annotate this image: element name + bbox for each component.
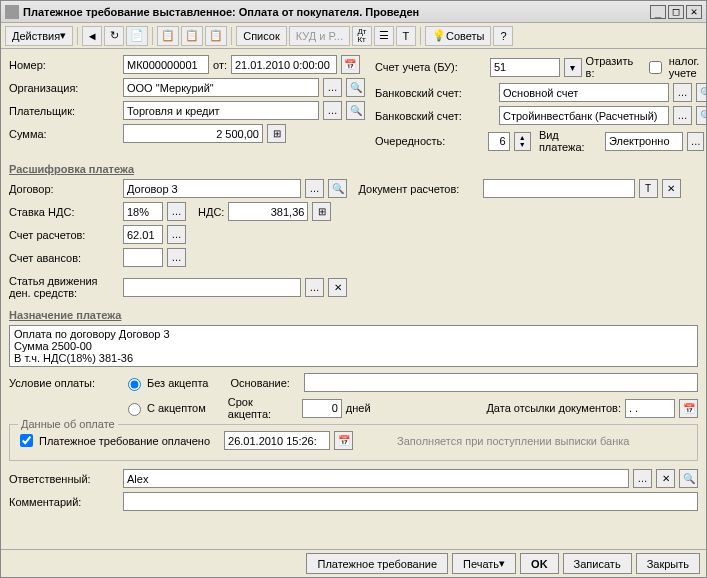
actions-menu[interactable]: Действия ▾ xyxy=(5,26,73,46)
kud-button[interactable]: КУД и Р... xyxy=(289,26,350,46)
calc-acc-input[interactable] xyxy=(123,225,163,244)
calc-acc-select-button[interactable]: … xyxy=(167,225,186,244)
ok-button[interactable]: OK xyxy=(520,553,559,574)
radio-no-accept[interactable]: Без акцепта xyxy=(123,375,208,391)
number-input[interactable] xyxy=(123,55,209,74)
resp-input[interactable] xyxy=(123,469,629,488)
paydata-title: Данные об оплате xyxy=(18,418,118,430)
contract-input[interactable] xyxy=(123,179,301,198)
priority-input[interactable] xyxy=(488,132,510,151)
save-button[interactable]: Записать xyxy=(563,553,632,574)
org-select-button[interactable]: … xyxy=(323,78,342,97)
tool-button-4[interactable]: 📋 xyxy=(205,26,227,46)
purpose-textarea[interactable]: Оплата по договору Договор 3 Сумма 2500-… xyxy=(9,325,698,367)
adv-acc-select-button[interactable]: … xyxy=(167,248,186,267)
tool-button-1[interactable]: 📄 xyxy=(126,26,148,46)
app-icon xyxy=(5,5,19,19)
movement-clear-button[interactable]: ✕ xyxy=(328,278,347,297)
basis-input[interactable] xyxy=(304,373,698,392)
sum-label: Сумма: xyxy=(9,128,119,140)
tool-button-5[interactable]: ☰ xyxy=(374,26,394,46)
minimize-button[interactable]: _ xyxy=(650,5,666,19)
movement-label: Статья движения ден. средств: xyxy=(9,275,119,299)
adv-acc-input[interactable] xyxy=(123,248,163,267)
doc-input[interactable] xyxy=(483,179,635,198)
tax-label: налог. учете xyxy=(669,55,706,79)
org-label: Организация: xyxy=(9,82,119,94)
titlebar: Платежное требование выставленное: Оплат… xyxy=(1,1,706,23)
org-input[interactable] xyxy=(123,78,319,97)
movement-input[interactable] xyxy=(123,278,301,297)
payer-search-icon[interactable]: 🔍 xyxy=(346,101,365,120)
help-button[interactable]: ? xyxy=(493,26,513,46)
paydata-hint: Заполняется при поступлении выписки банк… xyxy=(397,435,629,447)
tips-button[interactable]: 💡Советы xyxy=(425,26,491,46)
maximize-button[interactable]: □ xyxy=(668,5,684,19)
paytype-select-button[interactable]: … xyxy=(687,132,704,151)
paid-checkbox[interactable]: Платежное требование оплачено xyxy=(16,431,210,450)
bank1-input[interactable] xyxy=(499,83,669,102)
adv-acc-label: Счет авансов: xyxy=(9,252,119,264)
payment-request-button[interactable]: Платежное требование xyxy=(306,553,448,574)
resp-search-icon[interactable]: 🔍 xyxy=(679,469,698,488)
docs-date-label: Дата отсылки документов: xyxy=(486,402,621,414)
movement-select-button[interactable]: … xyxy=(305,278,324,297)
comment-input[interactable] xyxy=(123,492,698,511)
paid-date-calendar-icon[interactable]: 📅 xyxy=(334,431,353,450)
bank1-select-button[interactable]: … xyxy=(673,83,692,102)
vat-rate-select-button[interactable]: … xyxy=(167,202,186,221)
radio-with-accept[interactable]: С акцептом xyxy=(123,400,206,416)
priority-label: Очередность: xyxy=(375,135,484,147)
list-button[interactable]: Список xyxy=(236,26,287,46)
docs-date-calendar-icon[interactable]: 📅 xyxy=(679,399,698,418)
condition-label: Условие оплаты: xyxy=(9,377,119,389)
close-button[interactable]: Закрыть xyxy=(636,553,700,574)
payer-input[interactable] xyxy=(123,101,319,120)
refresh-button[interactable]: ↻ xyxy=(104,26,124,46)
date-input[interactable] xyxy=(231,55,337,74)
contract-search-icon[interactable]: 🔍 xyxy=(328,179,347,198)
paid-date-input[interactable] xyxy=(224,431,330,450)
vat-rate-input[interactable] xyxy=(123,202,163,221)
docs-date-input[interactable] xyxy=(625,399,675,418)
decode-title: Расшифровка платежа xyxy=(9,163,698,175)
dt-kt-button[interactable]: ДтКт xyxy=(352,26,372,46)
calendar-icon[interactable]: 📅 xyxy=(341,55,360,74)
from-label: от: xyxy=(213,59,227,71)
bank1-search-icon[interactable]: 🔍 xyxy=(696,83,706,102)
account-input[interactable] xyxy=(490,58,560,77)
bank2-input[interactable] xyxy=(499,106,669,125)
vat-input[interactable] xyxy=(228,202,308,221)
window-title: Платежное требование выставленное: Оплат… xyxy=(23,6,648,18)
payer-select-button[interactable]: … xyxy=(323,101,342,120)
close-window-button[interactable]: ✕ xyxy=(686,5,702,19)
doc-type-button[interactable]: T xyxy=(639,179,658,198)
bank2-label: Банковский счет: xyxy=(375,110,495,122)
doc-label: Документ расчетов: xyxy=(359,183,479,195)
doc-clear-button[interactable]: ✕ xyxy=(662,179,681,198)
tax-checkbox[interactable] xyxy=(649,61,662,74)
print-button[interactable]: Печать ▾ xyxy=(452,553,516,574)
bank2-search-icon[interactable]: 🔍 xyxy=(696,106,706,125)
account-dropdown-icon[interactable]: ▾ xyxy=(564,58,582,77)
contract-label: Договор: xyxy=(9,183,119,195)
tool-button-2[interactable]: 📋 xyxy=(157,26,179,46)
resp-clear-button[interactable]: ✕ xyxy=(656,469,675,488)
resp-label: Ответственный: xyxy=(9,473,119,485)
payer-label: Плательщик: xyxy=(9,105,119,117)
org-search-icon[interactable]: 🔍 xyxy=(346,78,365,97)
resp-select-button[interactable]: … xyxy=(633,469,652,488)
bank2-select-button[interactable]: … xyxy=(673,106,692,125)
back-button[interactable]: ◄ xyxy=(82,26,102,46)
tool-button-6[interactable]: Т xyxy=(396,26,416,46)
contract-select-button[interactable]: … xyxy=(305,179,324,198)
sum-input[interactable] xyxy=(123,124,263,143)
priority-stepper[interactable]: ▲▼ xyxy=(514,132,531,151)
vat-calculator-icon[interactable]: ⊞ xyxy=(312,202,331,221)
accept-time-input[interactable] xyxy=(302,399,342,418)
paytype-input[interactable] xyxy=(605,132,683,151)
calculator-icon[interactable]: ⊞ xyxy=(267,124,286,143)
basis-label: Основание: xyxy=(230,377,300,389)
number-label: Номер: xyxy=(9,59,119,71)
tool-button-3[interactable]: 📋 xyxy=(181,26,203,46)
